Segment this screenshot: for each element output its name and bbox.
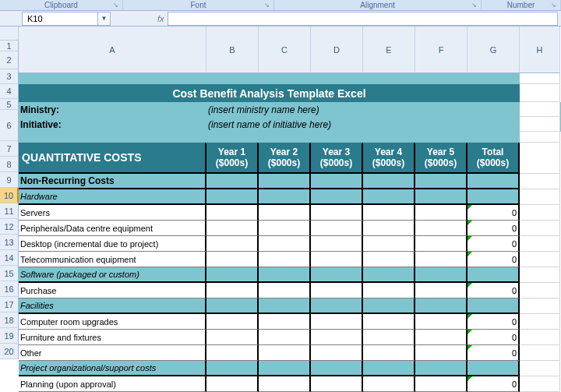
cell[interactable] xyxy=(363,376,415,392)
table-header-year[interactable]: Total ($000s) xyxy=(468,143,520,174)
row-header-16[interactable]: 16 xyxy=(0,281,19,297)
row-header-3[interactable]: 3 xyxy=(0,69,19,84)
name-box-dropdown[interactable]: ▼ xyxy=(98,12,111,26)
row-total[interactable] xyxy=(468,189,520,205)
cell[interactable] xyxy=(259,221,311,236)
cell[interactable] xyxy=(363,252,415,267)
cell[interactable] xyxy=(311,236,363,252)
cell[interactable] xyxy=(206,174,259,189)
cell[interactable] xyxy=(19,73,206,84)
row-header-10[interactable]: 10 xyxy=(0,188,19,203)
cell[interactable] xyxy=(415,361,468,376)
cell[interactable] xyxy=(363,267,415,283)
row-total[interactable]: 0 xyxy=(468,283,520,298)
row-header-12[interactable]: 12 xyxy=(0,219,19,235)
cell[interactable] xyxy=(415,267,468,283)
table-header-year[interactable]: Year 4 ($000s) xyxy=(363,143,415,174)
error-indicator-icon[interactable] xyxy=(468,252,472,256)
row-total[interactable]: 0 xyxy=(468,252,520,267)
cell[interactable] xyxy=(259,330,311,345)
cell[interactable] xyxy=(415,221,468,236)
cell[interactable] xyxy=(415,132,468,143)
cell[interactable] xyxy=(206,314,259,330)
row-total[interactable]: 0 xyxy=(468,330,520,345)
formula-input[interactable] xyxy=(168,12,558,26)
cell[interactable] xyxy=(259,298,311,314)
row-header-9[interactable]: 9 xyxy=(0,172,19,188)
name-box[interactable]: K10 xyxy=(22,12,98,26)
row-total[interactable] xyxy=(468,361,520,376)
cell[interactable] xyxy=(206,376,259,392)
row-label[interactable]: Software (packaged or custom) xyxy=(19,267,206,283)
col-header-A[interactable]: A xyxy=(19,26,206,73)
cell[interactable] xyxy=(206,221,259,236)
cell[interactable] xyxy=(206,345,259,361)
table-header-year[interactable]: Year 5 ($000s) xyxy=(415,143,468,174)
cell[interactable] xyxy=(415,345,468,361)
row-label[interactable]: Other xyxy=(19,345,206,361)
cell[interactable] xyxy=(206,73,259,84)
cell[interactable] xyxy=(415,314,468,330)
cell[interactable] xyxy=(311,73,363,84)
col-header-H[interactable]: H xyxy=(520,26,560,73)
col-header-E[interactable]: E xyxy=(363,26,415,73)
cell[interactable] xyxy=(206,361,259,376)
cell[interactable] xyxy=(259,345,311,361)
row-label[interactable]: Non-Recurring Costs xyxy=(19,174,206,189)
select-all-cells[interactable] xyxy=(0,26,19,41)
cell[interactable] xyxy=(311,361,363,376)
cell[interactable] xyxy=(415,376,468,392)
worksheet-cells[interactable]: Cost Benefit Analysis Template ExcelMini… xyxy=(19,73,561,392)
cell[interactable] xyxy=(206,236,259,252)
cell[interactable] xyxy=(363,205,415,221)
cell[interactable] xyxy=(259,283,311,298)
cell[interactable] xyxy=(468,132,520,143)
row-total[interactable]: 0 xyxy=(468,221,520,236)
table-header-year[interactable]: Year 3 ($000s) xyxy=(311,143,363,174)
row-label[interactable]: Servers xyxy=(19,205,206,221)
cell[interactable] xyxy=(415,298,468,314)
table-header-year[interactable]: Year 1 ($000s) xyxy=(206,143,259,174)
row-total[interactable] xyxy=(468,267,520,283)
row-label[interactable]: Facilities xyxy=(19,298,206,314)
cell[interactable] xyxy=(363,314,415,330)
row-total[interactable]: 0 xyxy=(468,236,520,252)
error-indicator-icon[interactable] xyxy=(468,330,472,334)
cell[interactable] xyxy=(259,361,311,376)
error-indicator-icon[interactable] xyxy=(468,205,472,210)
cell[interactable] xyxy=(206,132,259,143)
ministry-value[interactable]: (insert ministry name here) xyxy=(206,102,520,117)
cell[interactable] xyxy=(363,189,415,205)
ribbon-launcher-icon[interactable]: ↘ xyxy=(471,2,479,9)
row-header-6[interactable]: 6 xyxy=(0,110,19,141)
cell[interactable] xyxy=(259,376,311,392)
row-header-17[interactable]: 17 xyxy=(0,297,19,313)
initiative-label[interactable]: Initiative: xyxy=(19,117,206,132)
error-indicator-icon[interactable] xyxy=(468,345,472,350)
cell[interactable] xyxy=(19,132,206,143)
error-indicator-icon[interactable] xyxy=(468,236,472,241)
doc-title[interactable]: Cost Benefit Analysis Template Excel xyxy=(19,84,520,102)
row-label[interactable]: Planning (upon approval) xyxy=(19,376,206,392)
ribbon-launcher-icon[interactable]: ↘ xyxy=(551,2,559,9)
row-header-1[interactable]: 1 xyxy=(0,41,19,51)
row-label[interactable]: Project organizational/support costs xyxy=(19,361,206,376)
row-total[interactable]: 0 xyxy=(468,314,520,330)
error-indicator-icon[interactable] xyxy=(468,376,472,381)
cell[interactable] xyxy=(415,205,468,221)
cell[interactable] xyxy=(311,221,363,236)
cell[interactable] xyxy=(311,132,363,143)
cell[interactable] xyxy=(259,189,311,205)
error-indicator-icon[interactable] xyxy=(468,314,472,319)
cell[interactable] xyxy=(468,73,520,84)
cell[interactable] xyxy=(311,267,363,283)
cell[interactable] xyxy=(206,330,259,345)
cell[interactable] xyxy=(206,283,259,298)
cell[interactable] xyxy=(415,283,468,298)
cell[interactable] xyxy=(363,221,415,236)
ministry-label[interactable]: Ministry: xyxy=(19,102,206,117)
cell[interactable] xyxy=(363,330,415,345)
row-label[interactable]: Desktop (incremental due to project) xyxy=(19,236,206,252)
cell[interactable] xyxy=(311,298,363,314)
cell[interactable] xyxy=(311,174,363,189)
